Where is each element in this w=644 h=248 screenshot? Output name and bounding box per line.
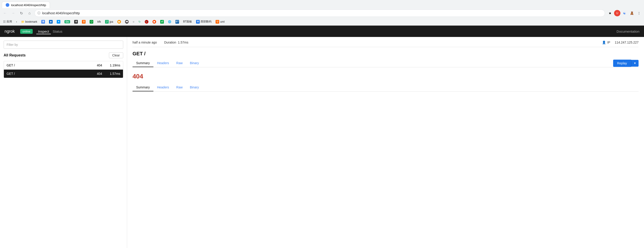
response-tabs-row: Summary Headers Raw Binary (132, 84, 638, 92)
bookmark-item-6[interactable]: ◉ (116, 19, 122, 24)
jpa-icon: J (105, 20, 109, 23)
tab-favicon (6, 3, 9, 7)
back-button[interactable]: ← (2, 10, 8, 16)
request-list: GET / 404 1.19ms GET / 404 1.57ms (4, 61, 123, 78)
bookmark-western-data[interactable]: W 西部数码 (195, 19, 213, 24)
request-meta: half a minute ago Duration 1.57ms 👤 IP 1… (132, 40, 638, 47)
bookmark-apps[interactable]: ☷ 应用 (2, 19, 14, 24)
req-method-1: GET / (6, 63, 88, 67)
bookmark-bt-panel[interactable]: BT面板 (182, 19, 193, 24)
left-panel: All Requests Clear GET / 404 1.19ms GET … (0, 37, 127, 248)
bookmark-translate[interactable]: 译 (40, 19, 46, 24)
bookmarks-bar: ☷ 应用 ‹ 📁 bookmark 译 ◈ ✦ On ⚙ ☰ ⬡ kfk J j… (0, 18, 644, 25)
bookmark-item-1[interactable]: ◈ (48, 19, 54, 24)
res-tab-raw[interactable]: Raw (173, 84, 186, 91)
req-tab-binary[interactable]: Binary (186, 59, 203, 67)
meta-time: half a minute ago (132, 40, 157, 44)
bookmark-on[interactable]: On (63, 20, 72, 24)
bm-icon-1: ◈ (49, 20, 53, 23)
toolbar-icons: ★ U ☯ 🧸 ⋮ (607, 10, 642, 16)
nav-inspect[interactable]: Inspect (36, 28, 51, 34)
request-item-1[interactable]: GET / 404 1.19ms (4, 61, 123, 70)
res-tab-summary[interactable]: Summary (132, 84, 154, 91)
res-tab-binary[interactable]: Binary (186, 84, 203, 91)
bt-icon: BT (176, 20, 179, 23)
address-bar[interactable]: ⓘ localhost:4040/inspect/http (34, 9, 605, 17)
bm-icon-4: ☰ (82, 20, 86, 23)
bookmark-uml[interactable]: U uml (214, 19, 226, 24)
main-content: All Requests Clear GET / 404 1.19ms GET … (0, 37, 644, 248)
clear-button[interactable]: Clear (109, 52, 123, 58)
bookmark-item-8[interactable]: 🦅 (144, 19, 150, 24)
browser-toolbar: ← → ↻ ⌂ ⓘ localhost:4040/inspect/http ★ … (0, 8, 644, 18)
bookmark-item-4[interactable]: ☰ (80, 19, 87, 24)
duration-value: 1.57ms (178, 40, 188, 44)
bookmark-star-icon[interactable]: ★ (607, 10, 613, 16)
replay-button[interactable]: Replay (613, 60, 631, 67)
status-code: 404 (132, 73, 638, 80)
replay-button-wrap: Replay ▼ (613, 60, 638, 67)
bm-icon-5: ⬡ (90, 20, 93, 23)
sync-icon[interactable]: ☯ (621, 10, 628, 16)
bookmark-item-3[interactable]: ⚙ (73, 19, 79, 24)
request-item-2[interactable]: GET / 404 1.57ms (4, 70, 123, 78)
apps-label: 应用 (6, 20, 12, 23)
uml-icon: U (216, 20, 219, 23)
bm-icon-6: ◉ (117, 20, 121, 23)
bookmark-item-2[interactable]: ✦ (55, 19, 62, 24)
request-title: GET / (132, 51, 638, 57)
bookmark-jpa[interactable]: J jpa (104, 19, 114, 24)
ip-label: IP (607, 40, 610, 44)
request-tabs-row: Summary Headers Raw Binary Replay ▼ (132, 59, 638, 67)
refresh-icon: ↻ (138, 20, 141, 23)
replay-dropdown-button[interactable]: ▼ (631, 60, 638, 67)
bookmark-sf[interactable]: sf (159, 19, 165, 24)
nav-documentation[interactable]: Documentation (616, 29, 640, 33)
nav-status[interactable]: Status (51, 28, 64, 34)
sf-icon: sf (160, 20, 164, 23)
req-duration-1: 1.19ms (102, 63, 120, 67)
tab-title: localhost:4040/inspect/http (11, 3, 46, 7)
apps-icon: ☷ (3, 20, 6, 23)
bookmark-bt[interactable]: BT (174, 19, 180, 24)
req-duration-2: 1.57ms (102, 72, 120, 75)
lock-icon: ⓘ (38, 11, 40, 15)
ip-value: 114.247.125.227 (615, 40, 638, 44)
forward-button[interactable]: → (10, 10, 16, 16)
req-status-1: 404 (88, 63, 102, 67)
bookmark-item-9[interactable]: ◉ (151, 19, 158, 24)
requests-title: All Requests (4, 53, 26, 57)
bookmark-item-7[interactable]: 📖 (124, 19, 130, 24)
meta-duration: Duration 1.57ms (164, 40, 188, 44)
bookmark-github[interactable]: ○ (132, 20, 136, 24)
browser-chrome: localhost:4040/inspect/http ← → ↻ ⌂ ⓘ lo… (0, 0, 644, 26)
requests-header: All Requests Clear (4, 52, 123, 58)
bookmark-folder[interactable]: 📁 bookmark (20, 20, 38, 24)
profile-icon[interactable]: U (614, 10, 620, 16)
on-badge: On (64, 20, 70, 23)
github-icon: ○ (133, 20, 134, 23)
req-tab-headers[interactable]: Headers (154, 59, 173, 67)
online-badge: online (20, 29, 33, 34)
bm-icon-7: 📖 (125, 20, 129, 23)
globe-icon: 🌐 (168, 20, 171, 23)
bookmark-globe[interactable]: 🌐 (166, 20, 173, 24)
bookmark-back-arrow[interactable]: ‹ (15, 20, 18, 24)
home-button[interactable]: ⌂ (26, 10, 33, 16)
bm-icon-3: ⚙ (74, 20, 78, 23)
browser-tabs: localhost:4040/inspect/http (0, 0, 644, 8)
req-tab-summary[interactable]: Summary (132, 59, 154, 67)
req-method-2: GET / (6, 72, 88, 75)
bookmark-item-5[interactable]: ⬡ (88, 19, 95, 24)
req-tab-raw[interactable]: Raw (173, 59, 186, 67)
res-tab-headers[interactable]: Headers (154, 84, 173, 91)
reload-button[interactable]: ↻ (18, 10, 24, 16)
bookmark-kfk[interactable]: kfk (96, 20, 102, 24)
duration-label: Duration (164, 40, 176, 44)
menu-icon[interactable]: ⋮ (636, 10, 642, 16)
extensions-icon[interactable]: 🧸 (628, 10, 635, 16)
bookmark-refresh[interactable]: ↻ (137, 20, 142, 24)
browser-tab[interactable]: localhost:4040/inspect/http (2, 1, 50, 8)
url-text: localhost:4040/inspect/http (42, 11, 80, 15)
filter-input[interactable] (4, 40, 123, 49)
